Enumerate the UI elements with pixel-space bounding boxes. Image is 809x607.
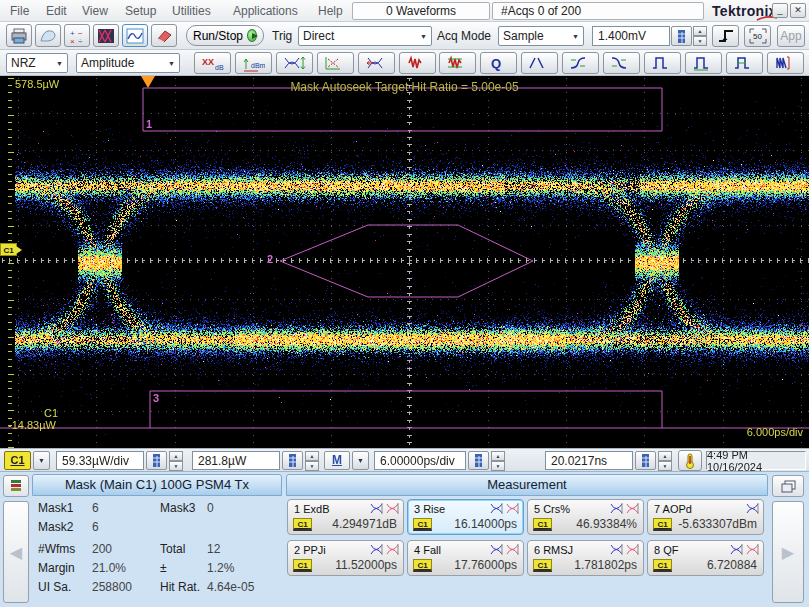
source-badge: C1 bbox=[533, 518, 552, 531]
power-dbm-button[interactable]: dBm bbox=[235, 52, 272, 74]
source-badge: C1 bbox=[293, 559, 312, 572]
channel-dropdown-button[interactable]: ▼ bbox=[33, 451, 50, 470]
jitter-rms-icon bbox=[446, 55, 469, 72]
horizontal-scale-input[interactable]: 6.00000ps/div bbox=[374, 451, 466, 470]
measurement-label: 1 ExdB bbox=[294, 503, 329, 515]
waveform-icon bbox=[126, 28, 144, 44]
mask-setup-button[interactable] bbox=[93, 24, 119, 47]
panel-menu-button[interactable] bbox=[3, 475, 29, 497]
svg-text:dB: dB bbox=[215, 64, 224, 71]
trigger-level-input[interactable]: 1.400mV bbox=[592, 26, 670, 46]
measurement-cell-qf[interactable]: 8 QF C1 6.720884 bbox=[647, 540, 764, 576]
svg-text:×: × bbox=[70, 37, 75, 44]
pulse-base-button[interactable] bbox=[685, 52, 722, 74]
menu-view[interactable]: View bbox=[82, 4, 108, 18]
burst-width-button[interactable] bbox=[767, 52, 804, 74]
temperature-button[interactable] bbox=[678, 450, 702, 471]
pulse-width-button[interactable] bbox=[726, 52, 763, 74]
menu-utilities[interactable]: Utilities bbox=[172, 4, 211, 18]
main-toolbar: +−×÷ Run/Stop Trig Direct▼ Acq Mode Samp… bbox=[0, 22, 809, 50]
measurement-cell-fall[interactable]: 4 Fall C1 17.76000ps bbox=[407, 540, 524, 576]
q-factor-button[interactable]: Q bbox=[480, 52, 517, 74]
mask-panel-header[interactable]: Mask (Main C1) 100G PSM4 Tx bbox=[32, 474, 282, 496]
trigger-select[interactable]: Direct▼ bbox=[298, 26, 432, 46]
measurement-cell-ppji[interactable]: 2 PPJi C1 11.52000ps bbox=[287, 540, 404, 576]
eye-width-button[interactable] bbox=[358, 52, 395, 74]
histogram-icon bbox=[506, 544, 519, 555]
horizontal-position-input[interactable]: 20.0217ns bbox=[545, 451, 633, 470]
measurement-cell-rise[interactable]: 3 Rise C1 16.14000ps bbox=[407, 499, 524, 535]
statistics-icon bbox=[370, 503, 383, 514]
waveform-db-button[interactable] bbox=[122, 24, 148, 47]
measurement-cell-aopd[interactable]: 7 AOPd C1 -5.633307dBm bbox=[647, 499, 764, 535]
histogram-icon bbox=[506, 503, 519, 514]
menu-applications[interactable]: Applications bbox=[233, 4, 298, 18]
measurement-value: 11.52000ps bbox=[335, 558, 397, 572]
hpos-keypad-button[interactable] bbox=[635, 451, 656, 470]
clear-data-button[interactable] bbox=[151, 24, 177, 47]
minimize-button[interactable]: _ bbox=[772, 3, 788, 18]
eye-amplitude-icon bbox=[283, 55, 306, 72]
menu-setup[interactable]: Setup bbox=[125, 4, 156, 18]
measurement-panel-header[interactable]: Measurement bbox=[286, 474, 768, 496]
measurement-value: 4.294971dB bbox=[332, 517, 397, 531]
chevron-down-icon: ▼ bbox=[572, 33, 579, 40]
fall-time-button[interactable] bbox=[603, 52, 640, 74]
measure-category-select[interactable]: Amplitude▼ bbox=[76, 53, 180, 73]
measurement-label: 8 QF bbox=[654, 544, 678, 556]
math-dropdown-button[interactable]: ▼ bbox=[352, 451, 369, 470]
acq-mode-select[interactable]: Sample▼ bbox=[498, 26, 584, 46]
eye-amplitude-button[interactable] bbox=[276, 52, 313, 74]
channel-label: C1 bbox=[44, 407, 58, 419]
trigger-level-stepper[interactable]: ▲▼ bbox=[693, 26, 707, 46]
stat-value: 200 bbox=[92, 542, 112, 556]
stat-label: Total bbox=[160, 542, 185, 556]
measurement-cell-rmsj[interactable]: 6 RMSJ C1 1.781802ps bbox=[527, 540, 644, 576]
vertical-scale-input[interactable]: 59.33µW/div bbox=[56, 451, 144, 470]
rise-time-button[interactable] bbox=[562, 52, 599, 74]
math-button[interactable]: M bbox=[324, 451, 350, 470]
scroll-left-button[interactable]: ◀ bbox=[3, 501, 29, 603]
chevron-down-icon: ▼ bbox=[168, 60, 175, 67]
rise-fall-time-button[interactable] bbox=[521, 52, 558, 74]
channel1-button[interactable]: C1 bbox=[4, 451, 31, 470]
time-scale-label: 6.000ps/div bbox=[747, 426, 803, 438]
pulse-positive-button[interactable] bbox=[644, 52, 681, 74]
screen-capture-button[interactable] bbox=[35, 24, 61, 47]
jitter-rms-button[interactable] bbox=[439, 52, 476, 74]
measurement-cell-exdb[interactable]: 1 ExdB C1 4.294971dB bbox=[287, 499, 404, 535]
svg-text:50: 50 bbox=[753, 32, 762, 41]
vscale-stepper[interactable]: ▲▼ bbox=[169, 451, 183, 470]
jitter-pp-button[interactable] bbox=[399, 52, 436, 74]
duplicate-panel-button[interactable] bbox=[772, 475, 804, 497]
keypad-button[interactable] bbox=[671, 26, 692, 46]
measurement-cell-crs[interactable]: 5 Crs% C1 46.93384% bbox=[527, 499, 644, 535]
app-button[interactable]: App bbox=[777, 25, 805, 47]
source-badge: C1 bbox=[653, 518, 672, 531]
hscale-stepper[interactable]: ▲▼ bbox=[491, 451, 505, 470]
vertical-offset-input[interactable]: 281.8µW bbox=[192, 451, 280, 470]
math-setup-button[interactable]: +−×÷ bbox=[64, 24, 90, 47]
hpos-stepper[interactable]: ▲▼ bbox=[658, 451, 672, 470]
measurement-value: 17.76000ps bbox=[454, 558, 517, 572]
edge-trigger-button[interactable] bbox=[712, 25, 739, 47]
extinction-ratio-button[interactable]: XXdB bbox=[194, 52, 231, 74]
menu-edit[interactable]: Edit bbox=[46, 4, 67, 18]
fifty-percent-button[interactable]: 50 bbox=[744, 25, 771, 47]
hscale-keypad-button[interactable] bbox=[468, 451, 489, 470]
voffset-keypad-button[interactable] bbox=[282, 451, 303, 470]
menu-file[interactable]: File bbox=[10, 4, 29, 18]
print-button[interactable] bbox=[6, 24, 32, 47]
scroll-right-button[interactable]: ▶ bbox=[772, 501, 804, 603]
menu-help[interactable]: Help bbox=[318, 4, 343, 18]
datetime-display: 4:49 PM 10/16/2024 bbox=[706, 451, 806, 470]
waveform-display[interactable]: 1 2 3 C1 578.5µW C1 -14.83µW 6.000ps/div… bbox=[0, 76, 809, 448]
signal-type-select[interactable]: NRZ▼ bbox=[6, 53, 68, 73]
mask-margin-button[interactable] bbox=[317, 52, 354, 74]
vscale-keypad-button[interactable] bbox=[146, 451, 167, 470]
run-stop-button[interactable]: Run/Stop bbox=[186, 25, 264, 46]
voffset-stepper[interactable]: ▲▼ bbox=[305, 451, 319, 470]
eraser-icon bbox=[155, 28, 173, 44]
channel1-reference-marker[interactable]: C1 bbox=[0, 243, 17, 256]
close-button[interactable]: ✕ bbox=[790, 3, 806, 18]
